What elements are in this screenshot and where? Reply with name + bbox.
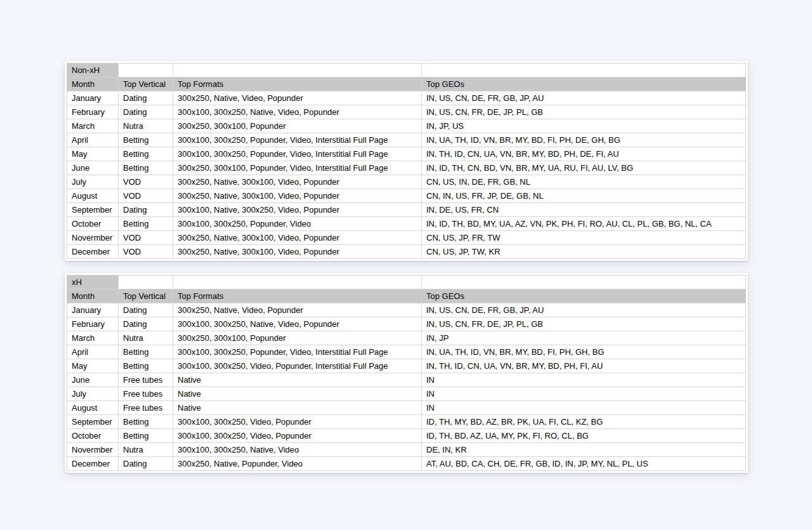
table-cell: Dating <box>119 91 173 105</box>
table-cell: August <box>67 401 119 415</box>
table-cell: VOD <box>119 231 173 245</box>
table-cell: 300x250, Native, 300x100, Video, Popunde… <box>173 231 422 245</box>
table-row: FebruaryDating300x100, 300x250, Native, … <box>67 105 746 119</box>
table-cell: IN, DE, US, FR, CN <box>422 203 746 217</box>
table-cell: Dating <box>119 303 173 317</box>
table-cell: January <box>67 303 119 317</box>
table-cell: IN, US, CN, DE, FR, GB, JP, AU <box>422 91 746 105</box>
table-cell: IN, ID, TH, CN, BD, VN, BR, MY, UA, RU, … <box>422 161 746 175</box>
table-cell: 300x250, Native, 300x100, Video, Popunde… <box>173 175 422 189</box>
table-cell: CN, US, IN, DE, FR, GB, NL <box>422 175 746 189</box>
table-cell: Nutra <box>119 331 173 345</box>
table-cell: Nutra <box>119 443 173 457</box>
table-cell: IN, TH, ID, CN, UA, VN, BR, MY, BD, PH, … <box>422 147 746 161</box>
table-cell: ID, TH, MY, BD, AZ, BR, PK, UA, FI, CL, … <box>422 415 746 429</box>
table-cell: IN, US, CN, DE, FR, GB, JP, AU <box>422 303 746 317</box>
table-cell: DE, IN, KR <box>422 443 746 457</box>
column-header-top-vertical: Top Vertical <box>119 77 173 91</box>
table-cell: 300x100, 300x250, Video, Popunder <box>173 429 422 443</box>
table-cell: 300x250, 300x100, Popunder <box>173 119 422 133</box>
table-cell: 300x250, 300x100, Popunder, Video, Inter… <box>173 161 422 175</box>
table-cell: April <box>67 133 119 147</box>
table-row: JuneBetting300x250, 300x100, Popunder, V… <box>67 161 746 175</box>
column-header-top-geos: Top GEOs <box>422 77 746 91</box>
table-cell: CN, US, JP, TW, KR <box>422 245 746 259</box>
table-cell: 300x100, 300x250, Popunder, Video, Inter… <box>173 345 422 359</box>
table-cell: Novermber <box>67 443 119 457</box>
table-cell: July <box>67 175 119 189</box>
table-cell: March <box>67 331 119 345</box>
non-xh-table-card: Non-xH Month Top Vertical Top Formats To… <box>65 61 748 261</box>
table-cell: IN, JP, US <box>422 119 746 133</box>
table-cell: IN <box>422 387 746 401</box>
table-cell: Betting <box>119 217 173 231</box>
table-row: AprilBetting300x100, 300x250, Popunder, … <box>67 345 746 359</box>
table-row: JanuaryDating300x250, Native, Video, Pop… <box>67 91 746 105</box>
table-header-row: Month Top Vertical Top Formats Top GEOs <box>67 77 746 91</box>
table-cell: Dating <box>119 317 173 331</box>
table-cell: 300x100, 300x250, Video, Popunder, Inter… <box>173 359 422 373</box>
table-cell: March <box>67 119 119 133</box>
table-cell: IN <box>422 373 746 387</box>
table-cell: September <box>67 415 119 429</box>
table-cell: Betting <box>119 147 173 161</box>
table-cell: Native <box>173 401 422 415</box>
table-row: OctoberBetting300x100, 300x250, Popunder… <box>67 217 746 231</box>
xh-table-card: xH Month Top Vertical Top Formats Top GE… <box>65 273 748 473</box>
column-header-month: Month <box>67 77 119 91</box>
xh-table: xH Month Top Vertical Top Formats Top GE… <box>67 275 746 471</box>
table-cell: January <box>67 91 119 105</box>
column-header-top-geos: Top GEOs <box>422 289 746 303</box>
table-cell: ID, TH, BD, AZ, UA, MY, PK, FI, RO, CL, … <box>422 429 746 443</box>
table-row: NovermberVOD300x250, Native, 300x100, Vi… <box>67 231 746 245</box>
table-cell: Native <box>173 373 422 387</box>
table-cell: VOD <box>119 175 173 189</box>
column-header-top-formats: Top Formats <box>173 77 422 91</box>
table-cell: VOD <box>119 189 173 203</box>
table-cell: Betting <box>119 429 173 443</box>
table-title-row: xH <box>67 275 746 289</box>
table-cell: IN, US, CN, FR, DE, JP, PL, GB <box>422 317 746 331</box>
table-cell: 300x250, Native, 300x100, Video, Popunde… <box>173 189 422 203</box>
table-cell: IN, UA, TH, ID, VN, BR, MY, BD, FI, PH, … <box>422 133 746 147</box>
table-row: MarchNutra300x250, 300x100, PopunderIN, … <box>67 119 746 133</box>
empty-cell <box>173 63 422 77</box>
table-cell: 300x100, 300x250, Popunder, Video <box>173 217 422 231</box>
table-cell: 300x250, Native, 300x100, Video, Popunde… <box>173 245 422 259</box>
table-row: JulyVOD300x250, Native, 300x100, Video, … <box>67 175 746 189</box>
table-cell: 300x100, 300x250, Native, Video, Popunde… <box>173 317 422 331</box>
table-cell: CN, IN, US, FR, JP, DE, GB, NL <box>422 189 746 203</box>
table-cell: July <box>67 387 119 401</box>
table-cell: 300x250, Native, Video, Popunder <box>173 303 422 317</box>
table-cell: 300x250, Native, Video, Popunder <box>173 91 422 105</box>
table-cell: 300x100, Native, 300x250, Video, Popunde… <box>173 203 422 217</box>
table-cell: Native <box>173 387 422 401</box>
table-cell: May <box>67 147 119 161</box>
table-cell: IN, US, CN, FR, DE, JP, PL, GB <box>422 105 746 119</box>
empty-cell <box>422 275 746 289</box>
table-cell: October <box>67 217 119 231</box>
table-row: SeptemberDating300x100, Native, 300x250,… <box>67 203 746 217</box>
table-cell: Betting <box>119 415 173 429</box>
table-cell: Nutra <box>119 119 173 133</box>
table-row: JuneFree tubesNativeIN <box>67 373 746 387</box>
column-header-month: Month <box>67 289 119 303</box>
table-cell: Dating <box>119 105 173 119</box>
table-cell: VOD <box>119 245 173 259</box>
table-cell: 300x250, Native, Popunder, Video <box>173 457 422 471</box>
table-title: Non-xH <box>67 63 119 77</box>
empty-cell <box>119 275 173 289</box>
table-cell: 300x100, 300x250, Native, Video <box>173 443 422 457</box>
table-cell: December <box>67 245 119 259</box>
empty-cell <box>119 63 173 77</box>
table-body: JanuaryDating300x250, Native, Video, Pop… <box>67 91 746 259</box>
table-cell: IN <box>422 401 746 415</box>
table-cell: May <box>67 359 119 373</box>
table-cell: Free tubes <box>119 373 173 387</box>
column-header-top-formats: Top Formats <box>173 289 422 303</box>
table-cell: December <box>67 457 119 471</box>
table-cell: IN, UA, TH, ID, VN, BR, MY, BD, FI, PH, … <box>422 345 746 359</box>
table-body: JanuaryDating300x250, Native, Video, Pop… <box>67 303 746 471</box>
table-row: NovermberNutra300x100, 300x250, Native, … <box>67 443 746 457</box>
table-cell: October <box>67 429 119 443</box>
